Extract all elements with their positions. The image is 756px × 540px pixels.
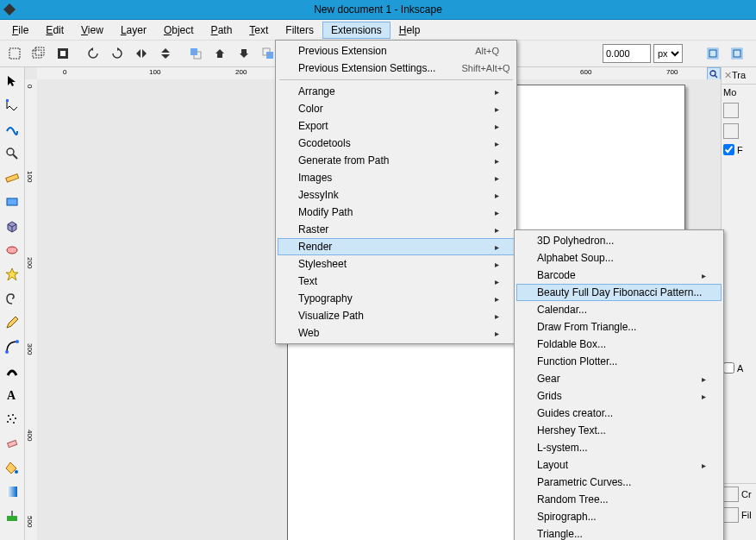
window-title: New document 1 - Inkscape — [314, 3, 442, 16]
spray-icon[interactable] — [2, 409, 22, 430]
svg-text:A: A — [7, 389, 16, 402]
tweak-icon[interactable] — [2, 119, 22, 140]
svg-rect-45 — [7, 516, 17, 521]
rotate-cw-icon[interactable] — [106, 42, 128, 65]
node-icon[interactable] — [2, 95, 22, 116]
submenu-item--d-polyhedron-[interactable]: 3D Polyhedron... — [516, 232, 722, 249]
menu-item-previous-extension[interactable]: Previous ExtensionAlt+Q — [278, 42, 515, 60]
submenu-item-random-tree-[interactable]: Random Tree... — [516, 491, 722, 508]
menu-item-stylesheet[interactable]: Stylesheet — [278, 255, 515, 273]
submenu-item-calendar-[interactable]: Calendar... — [516, 301, 722, 318]
eraser-icon[interactable] — [2, 433, 22, 454]
svg-point-39 — [15, 418, 16, 419]
unit-select[interactable]: px — [653, 44, 683, 63]
calligraphy-icon[interactable] — [2, 361, 22, 381]
sel-all-layers-icon[interactable] — [28, 42, 50, 65]
submenu-item-hershey-text-[interactable]: Hershey Text... — [516, 422, 722, 439]
scale-corner-icon[interactable] — [726, 42, 748, 65]
bottom-label-2: Fil — [741, 510, 752, 520]
submenu-item-beauty-full-day-fibonacci-pattern-[interactable]: Beauty Full Day Fibonacci Pattern... — [516, 284, 722, 301]
menu-layer[interactable]: Layer — [112, 22, 155, 39]
submenu-item-barcode[interactable]: Barcode — [516, 267, 722, 284]
submenu-item-grids[interactable]: Grids — [516, 387, 722, 405]
menu-extensions[interactable]: Extensions — [322, 22, 390, 39]
svg-rect-42 — [8, 440, 17, 447]
bottom-icon-2[interactable] — [723, 507, 739, 523]
flip-h-icon[interactable] — [130, 42, 153, 65]
vert-icon[interactable] — [723, 123, 739, 139]
spiral-icon[interactable] — [2, 288, 22, 309]
dropper-icon[interactable] — [2, 505, 22, 526]
svg-point-36 — [8, 415, 9, 417]
lower-icon[interactable] — [233, 42, 255, 65]
text-icon[interactable]: A — [2, 385, 22, 405]
menu-path[interactable]: Path — [203, 22, 241, 39]
menu-item-gcodetools[interactable]: Gcodetools — [278, 135, 515, 152]
ruler-tick: 100 — [26, 171, 34, 182]
menu-object[interactable]: Object — [155, 22, 203, 39]
menu-item-images[interactable]: Images — [278, 169, 515, 186]
titlebar: New document 1 - Inkscape — [0, 0, 756, 20]
submenu-item-layout[interactable]: Layout — [516, 456, 722, 474]
bottom-icon-1[interactable] — [723, 487, 739, 502]
menu-item-text[interactable]: Text — [278, 273, 515, 290]
submenu-item-guides-creator-[interactable]: Guides creator... — [516, 405, 722, 422]
rect-icon[interactable] — [2, 192, 22, 212]
pencil-icon[interactable] — [2, 312, 22, 333]
menu-item-generate-from-path[interactable]: Generate from Path — [278, 152, 515, 169]
menu-filters[interactable]: Filters — [277, 22, 322, 39]
submenu-item-gear[interactable]: Gear — [516, 370, 722, 387]
pointer-icon[interactable] — [2, 71, 22, 91]
menu-item-raster[interactable]: Raster — [278, 221, 515, 238]
rotate-ccw-icon[interactable] — [82, 42, 104, 65]
menu-item-visualize-path[interactable]: Visualize Path — [278, 307, 515, 324]
measure-icon[interactable] — [2, 167, 22, 188]
menu-item-export[interactable]: Export — [278, 117, 515, 135]
menu-edit[interactable]: Edit — [37, 22, 72, 39]
raise-icon[interactable] — [209, 42, 231, 65]
3dbox-icon[interactable] — [2, 216, 22, 236]
svg-rect-44 — [7, 487, 17, 497]
submenu-item-draw-from-triangle-[interactable]: Draw From Triangle... — [516, 318, 722, 336]
menu-item-previous-extension-settings-[interactable]: Previous Extension Settings...Shift+Alt+… — [278, 60, 515, 77]
menu-item-arrange[interactable]: Arrange — [278, 83, 515, 100]
panel-tab-transform[interactable]: ✕Tra — [722, 67, 756, 85]
submenu-item-l-system-[interactable]: L-system... — [516, 439, 722, 456]
raise-top-icon[interactable] — [184, 42, 207, 65]
horiz-icon[interactable] — [723, 103, 739, 118]
submenu-item-spirograph-[interactable]: Spirograph... — [516, 508, 722, 525]
apply-each-checkbox[interactable] — [723, 362, 734, 374]
flip-v-icon[interactable] — [154, 42, 177, 65]
menu-file[interactable]: File — [3, 22, 37, 39]
menu-item-web[interactable]: Web — [278, 324, 515, 342]
fill-icon[interactable] — [2, 457, 22, 478]
relative-checkbox[interactable] — [723, 144, 734, 155]
sel-all-icon[interactable] — [3, 42, 26, 65]
ellipse-icon[interactable] — [2, 240, 22, 261]
submenu-item-triangle-[interactable]: Triangle... — [516, 525, 722, 540]
menu-item-modify-path[interactable]: Modify Path — [278, 204, 515, 221]
menu-text[interactable]: Text — [241, 22, 277, 39]
ruler-tick: 200 — [26, 257, 34, 268]
star-icon[interactable] — [2, 264, 22, 285]
scale-stroke-icon[interactable] — [702, 42, 724, 65]
submenu-item-alphabet-soup-[interactable]: Alphabet Soup... — [516, 249, 722, 267]
menu-help[interactable]: Help — [390, 22, 429, 39]
svg-point-38 — [9, 418, 11, 420]
submenu-item-foldable-box-[interactable]: Foldable Box... — [516, 336, 722, 353]
menu-item-typography[interactable]: Typography — [278, 290, 515, 307]
submenu-item-parametric-curves-[interactable]: Parametric Curves... — [516, 474, 722, 491]
move-gradient-icon[interactable] — [750, 42, 756, 65]
sel-invert-icon[interactable] — [52, 42, 74, 65]
menu-item-jessyink[interactable]: JessyInk — [278, 186, 515, 204]
menu-view[interactable]: View — [72, 22, 112, 39]
submenu-item-function-plotter-[interactable]: Function Plotter... — [516, 353, 722, 370]
gradient-icon[interactable] — [2, 481, 22, 502]
menu-item-color[interactable]: Color — [278, 100, 515, 117]
app-icon — [3, 3, 16, 16]
bezier-icon[interactable] — [2, 336, 22, 357]
apply-each-label: A — [737, 363, 743, 374]
number-input[interactable] — [603, 44, 651, 63]
zoom-icon[interactable] — [2, 143, 22, 164]
menu-item-render[interactable]: Render — [278, 238, 515, 255]
